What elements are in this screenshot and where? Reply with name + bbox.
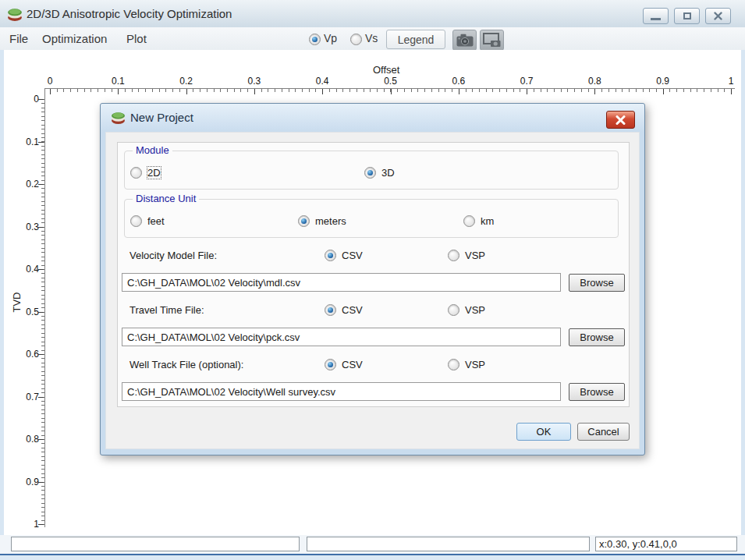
velocity-model-csv-option[interactable]: CSV bbox=[325, 249, 363, 261]
dialog-close-button[interactable] bbox=[606, 111, 635, 129]
x-major-tick bbox=[527, 89, 527, 94]
screen-capture-button[interactable] bbox=[480, 30, 504, 51]
minimize-button[interactable] bbox=[643, 8, 669, 24]
well-track-vsp-radio[interactable] bbox=[448, 359, 459, 370]
minimize-icon bbox=[651, 18, 661, 20]
menu-file[interactable]: File bbox=[6, 27, 31, 50]
x-major-tick bbox=[391, 89, 392, 94]
velocity-model-csv-radio[interactable] bbox=[325, 250, 336, 261]
well-track-file-label: Well Track File (optional): bbox=[129, 359, 243, 370]
window-frame-right bbox=[741, 50, 745, 560]
y-axis-major-ticks bbox=[38, 99, 44, 528]
velocity-model-vsp-option[interactable]: VSP bbox=[448, 249, 485, 261]
x-tick-label: 0.9 bbox=[656, 76, 669, 87]
distance-feet-radio[interactable] bbox=[130, 215, 142, 227]
y-major-tick bbox=[38, 99, 44, 100]
y-major-tick bbox=[38, 312, 44, 313]
menu-bar: File Optimization Plot Vp Vs Legend bbox=[0, 27, 745, 51]
distance-unit-group-label: Distance Unit bbox=[133, 193, 199, 204]
x-major-tick bbox=[322, 89, 323, 94]
application-window: 2D/3D Anisotropic Velocity Optimization … bbox=[0, 0, 745, 560]
x-tick-label: 0.1 bbox=[112, 76, 125, 87]
vp-radio-label: Vp bbox=[324, 27, 337, 50]
well-track-csv-option[interactable]: CSV bbox=[325, 358, 363, 370]
new-project-dialog: New Project Module 2D 3D bbox=[100, 103, 645, 455]
well-track-browse-button[interactable]: Browse bbox=[569, 383, 625, 401]
travel-time-csv-option[interactable]: CSV bbox=[325, 303, 363, 316]
x-tick-label: 0.2 bbox=[179, 76, 193, 87]
x-tick-label: 0.6 bbox=[452, 76, 465, 87]
y-major-tick bbox=[38, 354, 44, 355]
app-icon bbox=[7, 6, 23, 22]
cancel-button[interactable]: Cancel bbox=[577, 423, 630, 441]
maximize-icon bbox=[683, 12, 691, 19]
x-tick-label: 0.4 bbox=[316, 76, 329, 87]
module-groupbox: Module 2D 3D bbox=[124, 151, 619, 190]
distance-meters-radio[interactable] bbox=[298, 215, 310, 227]
distance-km-option[interactable]: km bbox=[463, 214, 494, 227]
travel-time-vsp-option[interactable]: VSP bbox=[448, 303, 485, 316]
x-major-tick bbox=[254, 89, 255, 94]
y-major-tick bbox=[38, 184, 44, 185]
close-button[interactable] bbox=[705, 8, 731, 24]
vs-radio[interactable] bbox=[350, 34, 362, 45]
velocity-model-path-input[interactable] bbox=[122, 273, 561, 292]
vp-radio[interactable] bbox=[309, 34, 321, 45]
status-bar: x:0.30, y:0.41,0,0 bbox=[0, 535, 745, 554]
menu-optimization[interactable]: Optimization bbox=[39, 27, 110, 50]
dialog-title-bar[interactable]: New Project bbox=[101, 104, 644, 132]
x-tick-label: 0 bbox=[48, 76, 53, 87]
module-2d-label: 2D bbox=[147, 167, 161, 179]
dialog-body: Module 2D 3D Distance Unit feet bbox=[105, 132, 640, 449]
ok-button[interactable]: OK bbox=[516, 423, 571, 441]
y-tick-label: 0.3 bbox=[26, 222, 39, 232]
distance-feet-option[interactable]: feet bbox=[130, 214, 165, 227]
module-3d-radio[interactable] bbox=[364, 167, 376, 179]
x-tick-label: 0.8 bbox=[588, 76, 601, 87]
distance-feet-label: feet bbox=[147, 215, 165, 227]
velocity-model-csv-label: CSV bbox=[342, 250, 363, 261]
x-tick-label: 0.5 bbox=[384, 76, 397, 87]
velocity-model-browse-button[interactable]: Browse bbox=[569, 274, 625, 292]
travel-time-vsp-label: VSP bbox=[465, 304, 485, 316]
distance-meters-option[interactable]: meters bbox=[298, 214, 346, 227]
well-track-path-input[interactable] bbox=[122, 382, 561, 401]
x-axis-major-ticks bbox=[50, 89, 732, 95]
module-group-label: Module bbox=[133, 144, 172, 156]
dialog-title: New Project bbox=[130, 104, 193, 132]
y-major-tick bbox=[38, 142, 44, 143]
screen-capture-icon bbox=[483, 33, 501, 48]
travel-time-browse-button[interactable]: Browse bbox=[569, 328, 625, 346]
dialog-icon bbox=[111, 110, 126, 125]
velocity-model-vsp-label: VSP bbox=[465, 250, 485, 261]
legend-button[interactable]: Legend bbox=[386, 30, 445, 49]
module-2d-option[interactable]: 2D bbox=[130, 166, 161, 179]
coordinate-readout: x:0.30, y:0.41,0,0 bbox=[595, 537, 737, 551]
travel-time-vsp-radio[interactable] bbox=[448, 304, 459, 316]
well-track-vsp-option[interactable]: VSP bbox=[448, 358, 485, 370]
module-3d-label: 3D bbox=[381, 167, 395, 179]
velocity-model-vsp-radio[interactable] bbox=[448, 250, 459, 261]
module-3d-option[interactable]: 3D bbox=[364, 166, 395, 179]
status-field-1 bbox=[11, 537, 300, 551]
y-major-tick bbox=[38, 269, 44, 270]
travel-time-csv-radio[interactable] bbox=[325, 304, 336, 316]
y-tick-label: 0.5 bbox=[26, 307, 39, 317]
y-axis-tick-labels: 00.10.20.30.40.50.60.70.80.91 bbox=[14, 99, 39, 530]
menu-plot[interactable]: Plot bbox=[123, 27, 150, 50]
well-track-csv-radio[interactable] bbox=[325, 359, 336, 370]
window-title: 2D/3D Anisotropic Velocity Optimization bbox=[27, 0, 232, 27]
distance-km-label: km bbox=[481, 215, 494, 227]
travel-time-path-input[interactable] bbox=[122, 328, 561, 346]
maximize-button[interactable] bbox=[674, 8, 700, 24]
y-tick-label: 0.7 bbox=[26, 392, 39, 402]
y-major-tick bbox=[38, 397, 44, 398]
module-2d-radio[interactable] bbox=[130, 167, 142, 179]
snapshot-button[interactable] bbox=[452, 30, 477, 51]
status-field-2 bbox=[307, 537, 590, 551]
dialog-close-icon bbox=[616, 115, 626, 125]
distance-km-radio[interactable] bbox=[463, 215, 475, 227]
x-major-tick bbox=[186, 89, 187, 94]
x-major-tick bbox=[594, 89, 595, 94]
y-major-tick bbox=[38, 227, 44, 228]
